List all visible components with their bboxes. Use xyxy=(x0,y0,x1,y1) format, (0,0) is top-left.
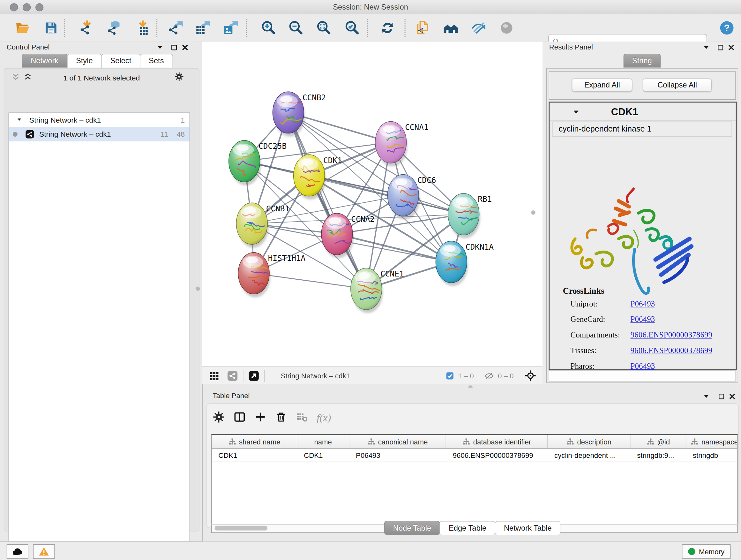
panel-close-button[interactable] xyxy=(180,43,190,52)
panel-collapse-button[interactable] xyxy=(155,43,165,52)
export-table-icon[interactable] xyxy=(195,19,212,37)
preview-icon[interactable] xyxy=(498,19,515,37)
birdseye-view-icon[interactable] xyxy=(248,370,259,381)
tab-node-table[interactable]: Node Table xyxy=(384,521,441,535)
table-float-button[interactable] xyxy=(717,391,726,401)
column-header--id[interactable]: @id xyxy=(630,435,686,448)
column-header-namespace[interactable]: namespace xyxy=(686,435,738,448)
node-HIST1H1A[interactable]: HIST1H1A xyxy=(238,253,306,298)
selected-checkbox-icon[interactable] xyxy=(446,371,455,380)
network-share-gray-icon[interactable] xyxy=(227,370,239,381)
left-splitter-handle[interactable] xyxy=(196,287,200,291)
table-row[interactable]: CDK1CDK1P064939606.ENSP00000378699cyclin… xyxy=(212,449,737,462)
panel-float-button[interactable] xyxy=(169,43,179,52)
node-CDK1[interactable]: CDK1 xyxy=(293,154,342,199)
save-session-icon[interactable] xyxy=(43,19,59,37)
zoom-selected-icon[interactable] xyxy=(344,19,360,37)
column-header-canonical-name[interactable]: canonical name xyxy=(349,435,446,448)
crosslink-row: Compartments:9606.ENSP00000378699 xyxy=(570,330,731,340)
crosslink-value-link[interactable]: P06493 xyxy=(630,362,655,371)
crosslink-value-link[interactable]: 9606.ENSP00000378699 xyxy=(630,346,713,356)
crosshair-icon[interactable] xyxy=(524,369,537,382)
column-header-description[interactable]: description xyxy=(548,435,630,448)
table-cell[interactable]: stringdb:9... xyxy=(630,449,686,461)
node-CCNA1[interactable]: CCNA1 xyxy=(375,122,428,167)
crosslink-label: GeneCard: xyxy=(570,315,630,324)
right-splitter-handle[interactable] xyxy=(531,210,536,214)
table-cell[interactable]: CDK1 xyxy=(297,449,349,461)
node-RB1[interactable]: RB1 xyxy=(448,193,492,239)
tab-select[interactable]: Select xyxy=(101,54,140,68)
tab-sets[interactable]: Sets xyxy=(140,54,173,68)
column-header-shared-name[interactable]: shared name xyxy=(212,435,297,448)
node-table[interactable]: shared namenamecanonical namedatabase id… xyxy=(211,434,738,524)
export-image-icon[interactable] xyxy=(223,19,240,37)
protein-expander-icon[interactable] xyxy=(572,108,580,116)
import-table-icon[interactable] xyxy=(134,19,151,37)
toolbar-separator xyxy=(246,19,247,37)
crosslink-value-link[interactable]: P06493 xyxy=(630,299,655,309)
table-cell[interactable]: P06493 xyxy=(349,449,446,461)
home-network-icon[interactable] xyxy=(442,19,459,37)
table-cell[interactable]: 9606.ENSP00000378699 xyxy=(446,449,548,461)
memory-button[interactable]: Memory xyxy=(682,544,731,559)
table-close-button[interactable] xyxy=(727,391,737,401)
zoom-in-icon[interactable] xyxy=(260,19,277,37)
zoom-out-icon[interactable] xyxy=(287,19,304,37)
table-cell[interactable]: CDK1 xyxy=(212,449,297,461)
warning-button[interactable] xyxy=(33,544,55,559)
results-float-button[interactable] xyxy=(716,43,725,52)
tab-style[interactable]: Style xyxy=(67,54,102,68)
table-body: CDK1CDK1P064939606.ENSP00000378699cyclin… xyxy=(212,449,737,462)
expand-all-button[interactable]: Expand All xyxy=(572,78,632,91)
grid-view-icon[interactable] xyxy=(209,370,219,381)
tree-expander-icon[interactable] xyxy=(9,116,22,125)
table-settings-gear-icon[interactable] xyxy=(212,411,225,425)
selected-count: 1 – 0 xyxy=(458,372,474,380)
crosslink-label: Pharos: xyxy=(570,362,630,371)
refresh-icon[interactable] xyxy=(379,19,396,37)
network-options-gear-icon[interactable] xyxy=(174,72,184,81)
node-label-CDK1: CDK1 xyxy=(323,156,342,165)
results-collapse-button[interactable] xyxy=(701,43,711,52)
node-CDC6[interactable]: CDC6 xyxy=(387,174,436,219)
zoom-fit-icon[interactable] xyxy=(315,19,332,37)
table-panel-title: Table Panel xyxy=(212,391,250,399)
add-column-icon[interactable] xyxy=(254,411,267,425)
hidden-eye-icon[interactable] xyxy=(484,370,494,381)
table-cell[interactable]: cyclin-dependent ... xyxy=(548,449,630,461)
column-header-name[interactable]: name xyxy=(297,435,349,448)
open-session-icon[interactable] xyxy=(14,19,31,37)
export-network-icon[interactable] xyxy=(168,19,185,37)
delete-column-icon[interactable] xyxy=(275,411,287,425)
title-bar: Session: New Session xyxy=(0,0,741,15)
tab-string[interactable]: String xyxy=(623,54,661,68)
crosslink-value-link[interactable]: 9606.ENSP00000378699 xyxy=(630,330,713,340)
collapse-all-button[interactable]: Collapse All xyxy=(643,78,712,91)
results-close-button[interactable] xyxy=(726,43,736,52)
network-row-selected[interactable]: String Network – cdk1 11 48 xyxy=(9,127,190,141)
table-cell[interactable]: stringdb xyxy=(686,449,738,461)
show-columns-icon[interactable] xyxy=(233,411,246,425)
tab-network-table[interactable]: Network Table xyxy=(495,521,561,535)
cloud-button[interactable] xyxy=(7,544,28,559)
crosslink-value-link[interactable]: P06493 xyxy=(630,315,655,324)
copy-share-icon[interactable] xyxy=(414,19,431,37)
status-bar: Memory xyxy=(0,542,741,560)
crosslink-row: Uniprot:P06493 xyxy=(570,299,731,309)
network-collection-row[interactable]: String Network – cdk1 1 xyxy=(9,113,190,127)
import-database-icon[interactable] xyxy=(106,19,123,37)
tree-hierarchy-icon xyxy=(690,438,698,446)
help-button[interactable]: ? xyxy=(718,19,735,37)
table-collapse-button[interactable] xyxy=(701,391,711,401)
network-view-canvas[interactable]: CCNB2CCNA1CDC25BCDK1CDC6RB1CCNB1CCNA2CDK… xyxy=(202,42,542,366)
hide-unhide-icon[interactable] xyxy=(470,19,487,37)
tab-network[interactable]: Network xyxy=(22,54,67,68)
tab-edge-table[interactable]: Edge Table xyxy=(440,521,495,535)
column-header-database-identifier[interactable]: database identifier xyxy=(446,435,548,448)
node-CDKN1A[interactable]: CDKN1A xyxy=(435,241,494,286)
node-CCNE1[interactable]: CCNE1 xyxy=(351,268,404,313)
import-network-icon[interactable] xyxy=(78,19,95,37)
node-CCNA2[interactable]: CCNA2 xyxy=(321,213,375,258)
string-network-graph[interactable]: CCNB2CCNA1CDC25BCDK1CDC6RB1CCNB1CCNA2CDK… xyxy=(202,42,542,366)
